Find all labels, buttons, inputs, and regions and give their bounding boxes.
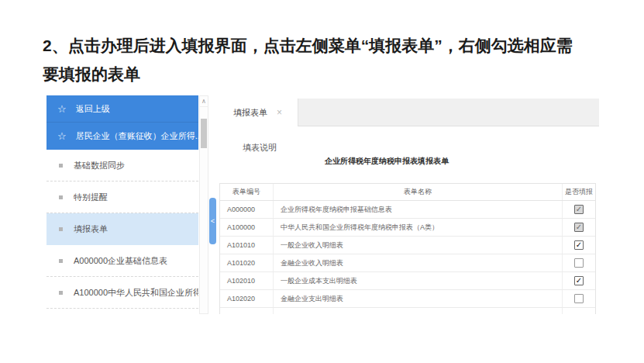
instruction-heading-line1: 2、点击办理后进入填报界面，点击左侧菜单“填报表单”，右侧勾选相应需	[43, 31, 616, 60]
sidebar-item-label: 特别提醒	[74, 192, 108, 203]
sidebar-pinned-item[interactable]: ☆ 居民企业（查账征收）企业所得...	[46, 123, 198, 150]
header-form-code: 表单编号	[220, 184, 274, 200]
sidebar-item-label: 居民企业（查账征收）企业所得...	[76, 130, 198, 142]
form-code-cell: A100000	[220, 219, 274, 236]
header-fill-flag: 是否填报	[563, 184, 595, 200]
fill-checkbox[interactable]	[574, 294, 584, 303]
table-row-partial	[220, 308, 595, 314]
fill-checkbox[interactable]	[574, 258, 584, 268]
tab-label: 填报表单	[233, 107, 267, 119]
sidebar-item-label: 返回上级	[76, 103, 110, 115]
table-row: A101020 金融企业收入明细表	[220, 254, 595, 272]
sidebar-item-label: A100000中华人民共和国企业所得税...	[74, 287, 198, 299]
fill-checkbox: ✓	[574, 205, 584, 214]
sidebar-item[interactable]: 特别提醒	[46, 182, 198, 213]
fill-flag-cell	[563, 254, 595, 271]
star-icon: ☆	[57, 104, 67, 114]
scrollbar-thumb[interactable]	[201, 119, 207, 148]
table-header-row: 表单编号 表单名称 是否填报	[220, 184, 595, 201]
sidebar-item-label: 填报表单	[74, 223, 108, 235]
header-form-name: 表单名称	[274, 184, 563, 200]
partial-cell	[274, 308, 563, 314]
tab-fill-forms[interactable]: 填报表单 ×	[218, 99, 298, 126]
form-name-cell: 金融企业收入明细表	[274, 254, 563, 271]
fill-flag-cell: ✓	[563, 237, 595, 254]
main-panel: 填报表单 × 填表说明 企业所得税年度纳税申报表填报表单 表单编号 表单名称 是…	[218, 99, 599, 315]
form-name-cell: 一般企业收入明细表	[274, 237, 563, 254]
fill-flag-cell: ✓	[563, 201, 595, 218]
table-row: A102020 金融企业支出明细表	[220, 290, 595, 308]
table-row: A102010 一般企业成本支出明细表 ✓	[220, 272, 595, 290]
sidebar-scrollbar[interactable]: ∧	[199, 95, 208, 314]
form-code-cell: A101010	[220, 237, 274, 254]
sidebar-item[interactable]: 填报表单	[46, 213, 198, 245]
close-icon[interactable]: ×	[277, 108, 282, 117]
bullet-icon	[59, 227, 63, 231]
bullet-icon	[59, 164, 63, 168]
sidebar-pinned-item[interactable]: ☆ 返回上级	[46, 95, 198, 123]
star-icon: ☆	[57, 131, 67, 141]
sidebar-item[interactable]: 基础数据同步	[46, 150, 198, 182]
partial-cell	[220, 308, 274, 314]
chevron-left-icon: <	[211, 217, 215, 225]
sidebar: ☆ 返回上级 ☆ 居民企业（查账征收）企业所得... 基础数据同步 特别提醒 填…	[46, 95, 198, 308]
form-instructions-link[interactable]: 填表说明	[243, 142, 277, 154]
sidebar-pinned-group: ☆ 返回上级 ☆ 居民企业（查账征收）企业所得...	[46, 95, 198, 150]
fill-checkbox[interactable]: ✓	[574, 276, 584, 285]
bullet-icon	[59, 195, 63, 199]
sidebar-item[interactable]: A100000中华人民共和国企业所得税...	[46, 277, 198, 309]
sidebar-item[interactable]: A000000企业基础信息表	[46, 245, 198, 277]
page: 2、点击办理后进入填报界面，点击左侧菜单“填报表单”，右侧勾选相应需 要填报的表…	[0, 0, 644, 363]
sidebar-menu-group: 基础数据同步 特别提醒 填报表单 A000000企业基础信息表 A100000中…	[46, 150, 198, 309]
fill-checkbox[interactable]: ✓	[574, 240, 584, 250]
partial-cell	[563, 308, 595, 314]
scroll-up-button[interactable]: ∧	[200, 96, 208, 107]
form-name-cell: 金融企业支出明细表	[274, 290, 563, 307]
forms-table: 表单编号 表单名称 是否填报 A000000 企业所得税年度纳税申报基础信息表 …	[219, 183, 596, 314]
instruction-heading-line2: 要填报的表单	[43, 60, 616, 88]
form-name-cell: 一般企业成本支出明细表	[274, 272, 563, 289]
sidebar-item-label: A000000企业基础信息表	[74, 255, 167, 267]
form-code-cell: A102020	[220, 290, 274, 307]
table-row: A101010 一般企业收入明细表 ✓	[220, 237, 595, 254]
sidebar-collapse-handle[interactable]: <	[209, 198, 216, 244]
table-title: 企业所得税年度纳税申报表填报表单	[325, 156, 449, 167]
table-row: A000000 企业所得税年度纳税申报基础信息表 ✓	[220, 201, 595, 219]
bullet-icon	[59, 259, 63, 263]
chevron-up-icon: ∧	[201, 98, 206, 105]
form-code-cell: A101020	[220, 254, 274, 271]
form-code-cell: A000000	[220, 201, 274, 218]
form-name-cell: 中华人民共和国企业所得税年度纳税申报表（A类）	[274, 219, 563, 236]
sidebar-item-label: 基础数据同步	[74, 160, 125, 171]
tab-bar: 填报表单 ×	[218, 99, 599, 126]
form-name-cell: 企业所得税年度纳税申报基础信息表	[274, 201, 563, 218]
table-row: A100000 中华人民共和国企业所得税年度纳税申报表（A类） ✓	[220, 219, 595, 237]
form-code-cell: A102010	[220, 272, 274, 289]
fill-checkbox: ✓	[574, 223, 584, 232]
table-body: A000000 企业所得税年度纳税申报基础信息表 ✓ A100000 中华人民共…	[220, 201, 595, 308]
fill-flag-cell	[563, 290, 595, 307]
fill-flag-cell: ✓	[563, 272, 595, 289]
fill-flag-cell: ✓	[563, 219, 595, 236]
instruction-heading: 2、点击办理后进入填报界面，点击左侧菜单“填报表单”，右侧勾选相应需 要填报的表…	[43, 31, 616, 88]
bullet-icon	[59, 291, 63, 295]
